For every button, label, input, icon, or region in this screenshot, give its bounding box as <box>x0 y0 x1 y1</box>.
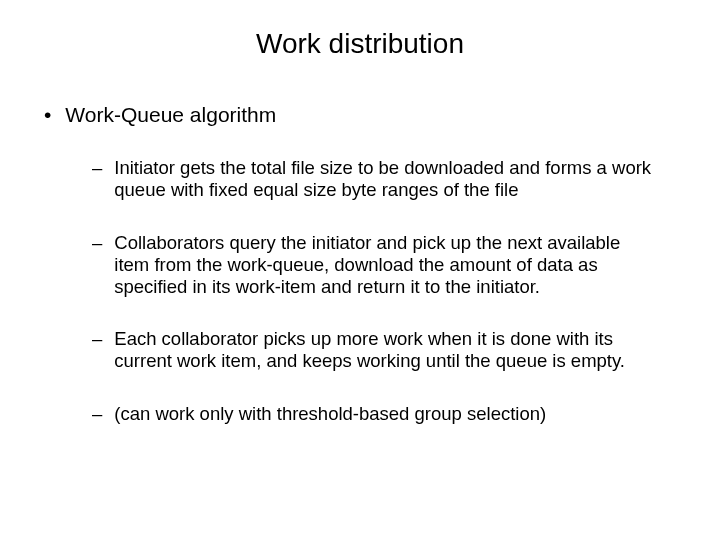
bullet-level2: – Initiator gets the total file size to … <box>92 157 654 201</box>
bullet-level2-text: Each collaborator picks up more work whe… <box>114 328 654 372</box>
bullet-level1: • Work-Queue algorithm <box>44 102 684 127</box>
bullet-level2: – Collaborators query the initiator and … <box>92 232 654 299</box>
bullet-level2-text: Initiator gets the total file size to be… <box>114 157 654 201</box>
dash-icon: – <box>92 232 102 254</box>
bullet-level2: – (can work only with threshold-based gr… <box>92 403 654 425</box>
bullet-level1-text: Work-Queue algorithm <box>65 102 276 127</box>
slide-title: Work distribution <box>36 28 684 60</box>
bullet-level2: – Each collaborator picks up more work w… <box>92 328 654 372</box>
dash-icon: – <box>92 403 102 425</box>
dash-icon: – <box>92 157 102 179</box>
bullet-level2-text: (can work only with threshold-based grou… <box>114 403 654 425</box>
bullet-level2-text: Collaborators query the initiator and pi… <box>114 232 654 299</box>
dash-icon: – <box>92 328 102 350</box>
bullet-dot-icon: • <box>44 102 51 127</box>
